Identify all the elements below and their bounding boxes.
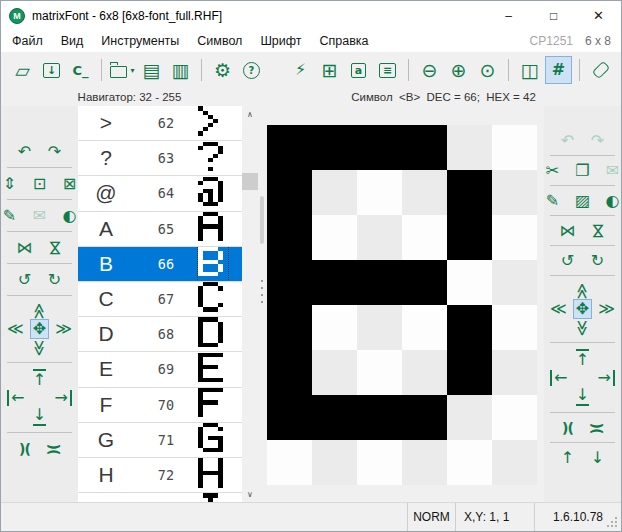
- close-button[interactable]: ✕: [576, 1, 621, 30]
- glyph-rotate-ccw-button[interactable]: ↺: [559, 252, 576, 269]
- glyph-shift-right-button[interactable]: ≫: [598, 301, 615, 318]
- glyph-center-vertical-button[interactable]: )(: [589, 419, 606, 436]
- brush-button[interactable]: ✎: [1, 207, 18, 224]
- menu-item-1[interactable]: Вид: [52, 34, 93, 48]
- glyph-align-left-button[interactable]: ←: [550, 369, 567, 386]
- pixel-cell[interactable]: [312, 395, 357, 440]
- menu-item-2[interactable]: Инструменты: [92, 34, 188, 48]
- glyph-shift-up-button[interactable]: ≪: [574, 282, 591, 299]
- menu-item-5[interactable]: Справка: [311, 34, 378, 48]
- splitter-grip[interactable]: [260, 196, 264, 244]
- glyph-align-top-button[interactable]: ↑: [574, 349, 591, 368]
- pixel-cell[interactable]: [357, 395, 402, 440]
- paste-button[interactable]: ✉: [604, 162, 621, 179]
- glyph-shift-down-button[interactable]: ≫: [574, 319, 591, 336]
- pixel-cell[interactable]: [492, 215, 537, 260]
- shift-right-button[interactable]: ≫: [55, 321, 72, 338]
- flip-horizontal-button[interactable]: ⋈: [16, 239, 33, 256]
- align-right-button[interactable]: →: [55, 389, 72, 406]
- scrollbar-track[interactable]: [242, 122, 258, 486]
- glyph-invert-button[interactable]: ◐: [604, 192, 621, 209]
- cut-button[interactable]: ✂: [544, 162, 561, 179]
- pixel-cell[interactable]: [267, 260, 312, 305]
- pixel-cell[interactable]: [492, 350, 537, 395]
- scrollbar-thumb[interactable]: [242, 173, 258, 190]
- center-horizontal-button[interactable]: )(: [16, 440, 33, 457]
- pixel-cell[interactable]: [267, 305, 312, 350]
- align-bottom-button[interactable]: ↓: [31, 407, 48, 426]
- panel-splitter[interactable]: [258, 106, 266, 502]
- pixel-cell[interactable]: [312, 305, 357, 350]
- pixel-cell[interactable]: [312, 215, 357, 260]
- glyph-row-69[interactable]: E69: [78, 352, 242, 387]
- pixel-cell[interactable]: [357, 305, 402, 350]
- glyph-map-button[interactable]: ⊞: [317, 57, 342, 83]
- zoom-out-button[interactable]: ⊖: [417, 57, 442, 83]
- zoom-in-button[interactable]: ⊕: [446, 57, 471, 83]
- pixel-cell[interactable]: [312, 170, 357, 215]
- pixel-cell[interactable]: [402, 305, 447, 350]
- align-top-button[interactable]: ↑: [31, 369, 48, 388]
- pixel-cell[interactable]: [357, 170, 402, 215]
- pixel-cell[interactable]: [447, 395, 492, 440]
- undo-button[interactable]: ↶: [16, 143, 33, 160]
- zoom-fit-button[interactable]: ⊙: [475, 57, 500, 83]
- toggle-grid-button[interactable]: #: [546, 57, 571, 83]
- pixel-cell[interactable]: [402, 215, 447, 260]
- pixel-cell[interactable]: [492, 395, 537, 440]
- align-left-button[interactable]: ←: [7, 389, 24, 406]
- invert-button[interactable]: ◐: [61, 207, 78, 224]
- glyph-flip-horizontal-button[interactable]: ⋈: [559, 222, 576, 239]
- resize-grip[interactable]: [615, 525, 617, 527]
- pixel-cell[interactable]: [267, 395, 312, 440]
- scroll-down-button[interactable]: ∨: [242, 486, 258, 502]
- glyph-row-68[interactable]: D68: [78, 317, 242, 352]
- prev-char-button[interactable]: ↑: [559, 449, 576, 466]
- glyph-row-73[interactable]: I73: [78, 493, 242, 502]
- redo-button[interactable]: ↷: [46, 143, 63, 160]
- pixel-cell[interactable]: [267, 170, 312, 215]
- pixel-cell[interactable]: [402, 260, 447, 305]
- char-list-button[interactable]: ≡: [375, 57, 400, 83]
- shift-left-button[interactable]: ≪: [7, 321, 24, 338]
- pixel-cell[interactable]: [447, 440, 492, 485]
- glyph-rotate-cw-button[interactable]: ↻: [589, 252, 606, 269]
- crop-button[interactable]: ⊡: [31, 175, 48, 192]
- pixel-cell[interactable]: [267, 125, 312, 170]
- glyph-row-65[interactable]: A65: [78, 212, 242, 247]
- pixel-cell[interactable]: [357, 215, 402, 260]
- pixel-cell[interactable]: [447, 125, 492, 170]
- pixel-cell[interactable]: [492, 170, 537, 215]
- pixel-cell[interactable]: [447, 170, 492, 215]
- pixel-cell[interactable]: [492, 260, 537, 305]
- actions-button[interactable]: ⚡: [288, 57, 313, 83]
- flip-vertical-button[interactable]: ⋈: [46, 239, 63, 256]
- glyph-row-72[interactable]: H72: [78, 458, 242, 493]
- help-button[interactable]: ?: [239, 57, 264, 83]
- pixel-cell[interactable]: [267, 440, 312, 485]
- glyph-brush-button[interactable]: ✎: [544, 192, 561, 209]
- pixel-cell[interactable]: [312, 440, 357, 485]
- glyph-align-right-button[interactable]: →: [598, 369, 615, 386]
- pixel-cell[interactable]: [402, 350, 447, 395]
- pixel-cell[interactable]: [447, 260, 492, 305]
- glyph-row-70[interactable]: F70: [78, 388, 242, 423]
- charset-button[interactable]: C_: [68, 57, 93, 83]
- navigator-scrollbar[interactable]: ∧ ∨: [242, 106, 258, 502]
- attach-button[interactable]: [588, 57, 613, 83]
- pixel-cell[interactable]: [357, 350, 402, 395]
- settings-button[interactable]: ⚙: [210, 57, 235, 83]
- pixel-cell[interactable]: [492, 305, 537, 350]
- row-height-button[interactable]: ⇕: [1, 175, 18, 192]
- glyph-flip-vertical-button[interactable]: ⋈: [589, 222, 606, 239]
- move-mode-button[interactable]: ✥: [31, 320, 48, 338]
- paste-mail-button[interactable]: ✉: [31, 207, 48, 224]
- glyph-row-64[interactable]: @64: [78, 176, 242, 211]
- import-font-button[interactable]: ↓: [39, 57, 64, 83]
- pixel-cell[interactable]: [267, 215, 312, 260]
- rotate-cw-button[interactable]: ↻: [46, 271, 63, 288]
- shift-up-button[interactable]: ≪: [31, 302, 48, 319]
- pixel-cell[interactable]: [492, 125, 537, 170]
- pixel-cell[interactable]: [357, 260, 402, 305]
- menu-item-3[interactable]: Символ: [188, 34, 251, 48]
